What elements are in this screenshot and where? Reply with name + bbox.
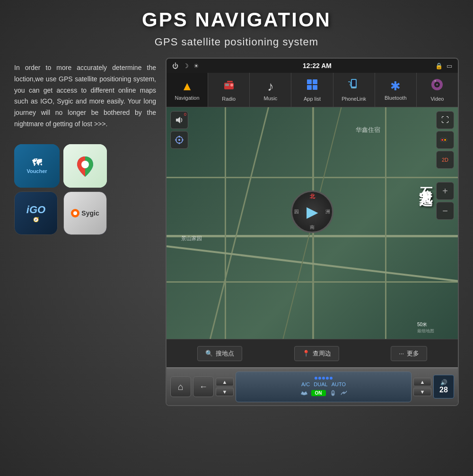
nav-item-video[interactable]: Video	[417, 73, 458, 107]
vol-number: 28	[439, 386, 448, 394]
svg-rect-5	[307, 79, 312, 84]
applist-icon	[306, 78, 319, 95]
content-area: In order to more accurately determine th…	[0, 58, 473, 406]
brightness-icon: ☀	[193, 62, 199, 69]
ac-fan-icon	[300, 389, 308, 396]
nav-item-applist[interactable]: App list	[291, 73, 333, 107]
ctrl-home-button[interactable]: ⌂	[170, 376, 191, 397]
description-text: In order to more accurately determine th…	[14, 62, 156, 130]
app-icon-sygic[interactable]: Sygic	[63, 191, 107, 235]
compass-west: 园	[294, 208, 299, 215]
svg-rect-4	[227, 81, 233, 82]
app-icon-igo[interactable]: iGO 🧭	[14, 191, 58, 235]
indicator-dot-1	[315, 377, 317, 380]
ctrl-vol-display: 🔊 28	[433, 375, 454, 398]
ac-label: A/C	[301, 381, 310, 387]
phonelink-icon	[347, 78, 360, 95]
nav-item-radio[interactable]: Radio	[208, 73, 250, 107]
nav-label-radio: Radio	[222, 96, 236, 102]
svg-rect-6	[313, 79, 317, 84]
ctrl-ac-bottom: ON	[300, 389, 348, 397]
controls-bar: ⌂ ← ▲ ▼	[166, 367, 458, 405]
device-screen: ⏻ ☽ ☀ 12:22 AM 🔒 ▭ ▲ Navigation	[166, 58, 459, 406]
ctrl-indicator	[315, 377, 333, 380]
map-btn-gps[interactable]	[170, 131, 188, 149]
search-place-icon: 🔍	[205, 350, 213, 357]
ctrl-vol-dn-right[interactable]: ▼	[413, 388, 431, 396]
bluetooth-icon: ✱	[390, 79, 401, 94]
ctrl-vol-dn-left[interactable]: ▼	[216, 388, 234, 396]
nav-item-bluetooth[interactable]: ✱ Bluetooth	[375, 73, 417, 107]
nav-circle[interactable]: 北 南 洲 园 ▶	[291, 190, 333, 233]
svg-point-30	[332, 393, 334, 395]
page-wrapper: GPS NAVIGATION GPS satellite positioning…	[0, 0, 473, 476]
nav-label-navigation: Navigation	[175, 95, 200, 101]
ctrl-vol-up-right[interactable]: ▲	[413, 378, 431, 386]
compass-north: 北	[310, 193, 315, 200]
map-text-park: 景山家园	[181, 235, 202, 242]
ctrl-vol-group-right: ▲ ▼	[413, 378, 431, 396]
svg-point-27	[441, 139, 443, 141]
nav-label-applist: App list	[304, 96, 321, 102]
ctrl-ac-center: A/C DUAL AUTO ON	[236, 372, 412, 402]
ctrl-back-button[interactable]: ←	[193, 376, 214, 397]
ctrl-vol-up-left[interactable]: ▲	[216, 378, 234, 386]
more-label: 更多	[407, 349, 419, 358]
map-location-text: 石龙大道	[416, 177, 434, 184]
ctrl-vol-group-left: ▲ ▼	[216, 378, 234, 396]
map-btn-fullscreen[interactable]: ⛶	[436, 111, 454, 129]
map-area: 华鑫住宿 景山家园 石龙大道 0	[166, 107, 458, 339]
car-vent-icon	[340, 389, 348, 397]
map-btn-traffic[interactable]	[436, 131, 454, 149]
sub-title: GPS satellite positioning system	[0, 36, 473, 48]
scale-value: 50米	[417, 321, 434, 328]
indicator-dot-4	[326, 377, 329, 380]
vol-speaker-icon: 🔊	[440, 379, 447, 386]
btn-more[interactable]: ··· 更多	[391, 346, 427, 361]
svg-point-0	[81, 161, 89, 168]
map-btn-2d[interactable]: 2D	[436, 151, 454, 169]
btn-search-place[interactable]: 🔍 搜地点	[197, 346, 242, 361]
nav-bar: ▲ Navigation Radio ♪	[166, 73, 458, 107]
moon-icon: ☽	[183, 62, 189, 69]
indicator-dot-5	[330, 377, 333, 380]
on-label: ON	[311, 390, 326, 396]
radio-icon	[222, 78, 236, 95]
search-place-label: 搜地点	[216, 349, 234, 358]
lock-icon: 🔒	[435, 62, 443, 69]
nav-label-music: Music	[263, 95, 277, 101]
map-btn-zoom-in[interactable]: +	[436, 182, 454, 200]
home-icon: ⌂	[178, 381, 184, 392]
map-road-v3	[385, 107, 386, 339]
btn-nearby[interactable]: 📍 查周边	[294, 346, 339, 361]
svg-rect-8	[313, 85, 317, 90]
app-icon-google-maps[interactable]	[63, 144, 107, 188]
temp-icon	[329, 389, 337, 396]
navigation-icon: ▲	[181, 79, 193, 94]
svg-rect-10	[352, 80, 356, 87]
nav-item-navigation[interactable]: ▲ Navigation	[166, 73, 208, 107]
map-right-controls: ⛶ 2D + −	[436, 111, 454, 220]
map-btn-zoom-out[interactable]: −	[436, 202, 454, 220]
nav-item-phonelink[interactable]: PhoneLink	[333, 73, 375, 107]
status-bar: ⏻ ☽ ☀ 12:22 AM 🔒 ▭	[166, 59, 458, 73]
svg-point-28	[444, 139, 446, 141]
status-time: 12:22 AM	[303, 62, 332, 69]
indicator-dot-2	[318, 377, 321, 380]
map-btn-speaker[interactable]: 0	[170, 111, 188, 129]
nearby-label: 查周边	[313, 349, 331, 358]
auto-label: AUTO	[332, 381, 346, 387]
nearby-icon: 📍	[302, 350, 310, 357]
battery-icon: ▭	[447, 62, 452, 69]
app-icon-voucher[interactable]: 🗺 Voucher	[14, 144, 60, 188]
map-road-v1	[225, 107, 226, 339]
status-icons-left: ⏻ ☽ ☀	[172, 62, 199, 69]
compass-south: 南	[310, 224, 315, 231]
more-icon: ···	[399, 350, 404, 357]
back-icon: ←	[199, 382, 208, 392]
power-icon: ⏻	[172, 62, 178, 69]
indicator-dot-3	[322, 377, 325, 380]
nav-label-video: Video	[430, 96, 444, 102]
nav-item-music[interactable]: ♪ Music	[250, 73, 291, 107]
map-left-controls: 0	[170, 111, 188, 149]
